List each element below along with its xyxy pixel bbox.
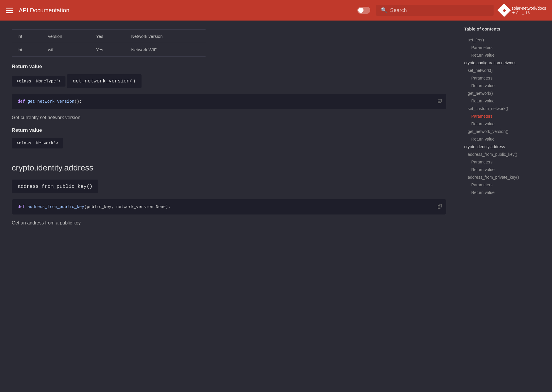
toc-title: Table of contents [458,26,552,36]
description-2: Get an address from a public key [12,220,446,226]
return-value-label-2: Return value [12,127,446,133]
star-icon: ★ [512,11,515,15]
toc-item[interactable]: Parameters [458,112,552,120]
search-input[interactable] [390,7,489,13]
table-cell: Yes [90,43,125,57]
toc-item[interactable]: Parameters [458,181,552,189]
search-icon: 🔍 [381,7,387,13]
toc-item[interactable]: crypto.configuration.network [458,59,552,67]
return-value-label-1: Return value [12,64,446,70]
repo-forks: ⎯ 16 [522,11,530,15]
table-row: intversionYesNetwork version [12,30,206,43]
toc-item[interactable]: Return value [458,135,552,143]
code-func-name-2: address_from_public_key [28,205,84,209]
toc-item[interactable]: Parameters [458,158,552,166]
table-cell: Network version [125,30,206,43]
toc-item[interactable]: Return value [458,51,552,59]
search-bar[interactable]: 🔍 [376,5,494,16]
code-def-keyword-2: def [18,205,25,209]
module-heading-1: crypto.identity.address [12,163,446,173]
repo-name[interactable]: solar-network/docs [512,6,546,11]
code-block-1: def get_network_version(): 🗐 [12,94,446,109]
toc-sidebar: Table of contents set_fee()ParametersRet… [458,21,552,392]
description-1: Get currently set network version [12,115,446,120]
table-cell: int [12,43,42,57]
main-content: intversionYesNetwork versionintwifYesNet… [0,21,458,392]
table-cell: Network WIF [125,43,206,57]
header-title: API Documentation [19,7,69,14]
toc-item[interactable]: Parameters [458,74,552,82]
code-params-2: (public_key, network_version=None): [84,205,171,209]
copy-button-1[interactable]: 🗐 [437,99,442,104]
code-def-keyword-1: def [18,99,25,104]
table-cell: Yes [90,30,125,43]
toc-item[interactable]: set_fee() [458,36,552,44]
toc-item[interactable]: crypto.identity.address [458,143,552,151]
table-cell: wif [42,43,90,57]
toc-item[interactable]: get_network() [458,89,552,97]
code-block-2: def address_from_public_key(public_key, … [12,199,446,214]
repo-info: ◆ solar-network/docs ★ 8 ⎯ 16 [499,6,546,15]
table-cell: version [42,30,90,43]
repo-logo: ◆ [497,4,511,17]
table-cell: int [12,30,42,43]
toc-item[interactable]: set_network() [458,67,552,74]
page-layout: intversionYesNetwork versionintwifYesNet… [0,21,552,392]
return-value-code-1: <class 'NoneType'> [12,76,65,87]
header: API Documentation 🔍 ◆ solar-network/docs… [0,0,552,21]
toc-item[interactable]: Return value [458,189,552,196]
fork-icon: ⎯ [522,11,524,15]
toc-item[interactable]: Parameters [458,44,552,51]
repo-stars: ★ 8 [512,11,519,15]
toc-item[interactable]: Return value [458,166,552,173]
toc-item[interactable]: address_from_public_key() [458,151,552,158]
function-heading-2: address_from_public_key() [12,180,98,193]
toc-item[interactable]: address_from_private_key() [458,173,552,181]
code-func-name-1: get_network_version [28,99,75,104]
toc-item[interactable]: Return value [458,120,552,128]
toc-item[interactable]: Return value [458,82,552,89]
hamburger-menu-button[interactable] [6,8,13,13]
repo-stats: ★ 8 ⎯ 16 [512,11,546,15]
toc-list: set_fee()ParametersReturn valuecrypto.co… [458,36,552,196]
return-value-code-2: <class 'Network'> [12,138,63,148]
toc-item[interactable]: get_network_version() [458,128,552,135]
params-table: intversionYesNetwork versionintwifYesNet… [12,29,206,57]
table-row: intwifYesNetwork WIF [12,43,206,57]
function-heading-1: get_network_version() [67,74,142,88]
theme-toggle-button[interactable] [357,7,370,14]
toc-item[interactable]: Return value [458,97,552,105]
toc-item[interactable]: set_custom_network() [458,105,552,112]
copy-button-2[interactable]: 🗐 [437,204,442,209]
code-params-1: (): [74,99,82,104]
